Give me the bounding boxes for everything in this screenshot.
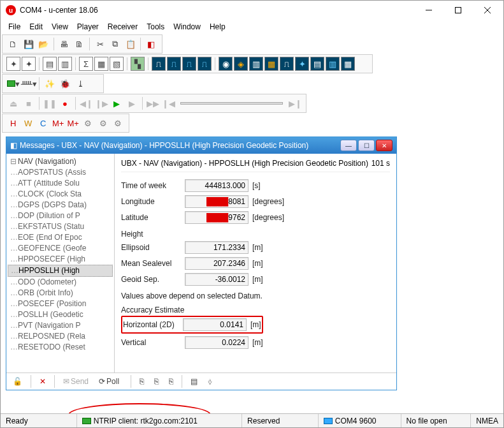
view-button-5[interactable]: Σ (79, 57, 93, 71)
send-button[interactable]: ✉ Send (59, 376, 92, 387)
agps-plus2-button[interactable]: M+ (66, 116, 80, 130)
tree-item[interactable]: EOE (End Of Epoc (8, 232, 113, 243)
view-button-2[interactable]: ✦ (22, 57, 36, 71)
close-button[interactable] (473, 1, 502, 20)
tool-button[interactable]: ◧ (144, 37, 158, 51)
tree-item[interactable]: DOP (Dilution of P (8, 210, 113, 221)
msg-tool-4[interactable]: ▤ (187, 376, 201, 387)
menu-window[interactable]: Window (169, 21, 205, 33)
print-preview-button[interactable]: 🗎 (73, 37, 87, 51)
wand-button[interactable]: ✨ (43, 77, 57, 91)
print-button[interactable]: 🖶 (57, 37, 71, 51)
menu-file[interactable]: File (4, 21, 24, 33)
menu-help[interactable]: Help (206, 21, 229, 33)
view-button-13[interactable]: ◉ (219, 57, 233, 71)
tree-item[interactable]: GEOFENCE (Geofe (8, 243, 113, 254)
warm-button[interactable]: W (22, 116, 36, 130)
msg-tool-5[interactable]: ⎀ (204, 376, 216, 387)
copy-button[interactable]: ⧉ (108, 37, 122, 51)
tree-item[interactable]: POSECEF (Position (8, 299, 113, 309)
view-button-21[interactable]: ▦ (341, 57, 355, 71)
tree-item[interactable]: ODO (Odometer) (8, 277, 113, 288)
fast-fwd-button[interactable]: ▶▶ (146, 96, 160, 110)
view-button-12[interactable]: ⎍ (198, 57, 212, 71)
tree-item[interactable]: POSLLH (Geodetic (8, 309, 113, 320)
messages-maximize-button[interactable]: ☐ (358, 140, 375, 151)
unlock-button[interactable]: 🔓 (9, 376, 26, 387)
view-button-1[interactable]: ✦ (6, 57, 20, 71)
step-back-button[interactable]: ◀❙ (79, 96, 93, 110)
view-button-20[interactable]: ▥ (326, 57, 340, 71)
view-button-3[interactable]: ▤ (43, 57, 57, 71)
view-button-4[interactable]: ▥ (58, 57, 72, 71)
minimize-icon (426, 7, 432, 13)
menu-view[interactable]: View (48, 21, 72, 33)
record-button[interactable]: ● (58, 96, 72, 110)
agps-plus-button[interactable]: M+ (52, 116, 66, 130)
play-alt-button[interactable]: ▶ (125, 96, 139, 110)
msg-tool-1[interactable]: ⎘ (136, 376, 148, 387)
view-button-8[interactable]: ▚ (131, 57, 145, 71)
maximize-button[interactable] (443, 1, 473, 20)
menu-player[interactable]: Player (73, 21, 103, 33)
messages-minimize-button[interactable]: — (340, 140, 357, 151)
bug-button[interactable]: 🐞 (58, 77, 72, 91)
view-button-10[interactable]: ⎍ (167, 57, 181, 71)
tree-item[interactable]: DGPS (DGPS Data) (8, 200, 113, 210)
view-button-15[interactable]: ▥ (249, 57, 263, 71)
eject-button[interactable]: ⏏ (6, 96, 20, 110)
gear2-button[interactable]: ⚙ (96, 116, 110, 130)
hot-button[interactable]: H (6, 116, 20, 130)
view-button-16[interactable]: ▦ (264, 57, 278, 71)
tree-item[interactable]: HPPOSECEF (High (8, 254, 113, 265)
view-button-9[interactable]: ⎍ (152, 57, 166, 71)
step-fwd-button[interactable]: ❙▶ (94, 96, 108, 110)
msg-tool-2[interactable]: ⎘ (150, 376, 162, 387)
download-button[interactable]: ⤓ (73, 77, 87, 91)
tree-item[interactable]: AOPSTATUS (Assis (8, 167, 113, 178)
menu-edit[interactable]: Edit (25, 21, 47, 33)
tree-item[interactable]: CLOCK (Clock Sta (8, 189, 113, 200)
msg-tool-3[interactable]: ⎘ (165, 376, 177, 387)
tree-item[interactable]: EKFSTATUS (Statu (8, 221, 113, 232)
gear1-button[interactable]: ⚙ (82, 116, 96, 130)
view-button-6[interactable]: ▦ (94, 57, 108, 71)
delete-button[interactable]: ✕ (36, 376, 50, 387)
view-button-7[interactable]: ▧ (110, 57, 124, 71)
menu-tools[interactable]: Tools (143, 21, 168, 33)
tree-item[interactable]: RESETODO (Reset (8, 342, 113, 353)
view-button-17[interactable]: ⎍ (280, 57, 294, 71)
view-button-18[interactable]: ✦ (295, 57, 309, 71)
view-button-11[interactable]: ⎍ (182, 57, 196, 71)
cold-button[interactable]: C (36, 116, 50, 130)
tree-item[interactable]: ORB (Orbit Info) (8, 288, 113, 299)
poll-button[interactable]: ⟳ Poll (95, 376, 123, 387)
tree-item[interactable]: PVT (Navigation P (8, 320, 113, 331)
play-button[interactable]: ▶ (110, 96, 124, 110)
save-button[interactable]: 💾 (22, 37, 36, 51)
cut-button[interactable]: ✂ (93, 37, 107, 51)
skip-back-button[interactable]: ❙◀ (161, 96, 175, 110)
gear3-button[interactable]: ⚙ (112, 116, 126, 130)
view-button-19[interactable]: ▤ (310, 57, 324, 71)
detail-age: 101 s (371, 159, 390, 168)
view-button-14[interactable]: ◈ (234, 57, 248, 71)
connect-button[interactable]: ▾ (6, 77, 20, 91)
skip-end-button[interactable]: ▶❙ (288, 96, 302, 110)
messages-close-button[interactable]: ✕ (376, 140, 392, 151)
tree-item[interactable]: HPPOSLLH (High (8, 265, 113, 277)
tree-item[interactable]: ATT (Attitude Solu (8, 178, 113, 189)
pause-button[interactable]: ❚❚ (43, 96, 57, 110)
open-button[interactable]: 📂 (36, 37, 50, 51)
player-slider[interactable] (180, 102, 283, 105)
paste-button[interactable]: 📋 (124, 37, 138, 51)
menu-receiver[interactable]: Receiver (104, 21, 141, 33)
messages-tree[interactable]: NAV (Navigation) AOPSTATUS (AssisATT (At… (6, 154, 115, 373)
messages-titlebar[interactable]: ◧ Messages - UBX - NAV (Navigation) - HP… (6, 137, 396, 154)
tree-item[interactable]: RELPOSNED (Rela (8, 331, 113, 342)
baud-button[interactable]: ᚊ▾ (22, 77, 36, 91)
new-button[interactable]: 🗋 (6, 37, 20, 51)
tree-root[interactable]: NAV (Navigation) (8, 156, 113, 167)
minimize-button[interactable] (414, 1, 443, 20)
stop-button[interactable]: ■ (22, 96, 36, 110)
